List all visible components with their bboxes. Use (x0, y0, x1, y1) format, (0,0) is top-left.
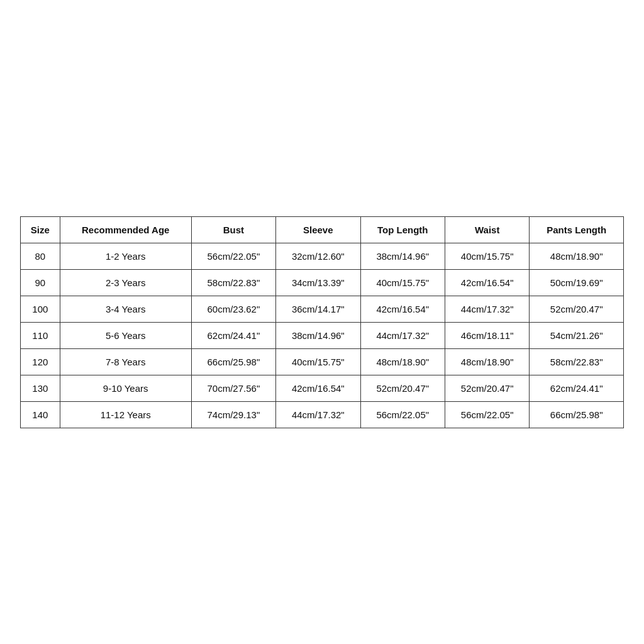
cell-sleeve: 44cm/17.32" (276, 401, 360, 428)
cell-sleeve: 34cm/13.39" (276, 269, 360, 296)
cell-age: 2-3 Years (60, 269, 191, 296)
cell-pants-length: 66cm/25.98" (530, 401, 624, 428)
cell-waist: 56cm/22.05" (445, 401, 529, 428)
cell-waist: 46cm/18.11" (445, 322, 529, 348)
header-recommended-age: Recommended Age (60, 216, 191, 243)
cell-bust: 60cm/23.62" (191, 296, 275, 322)
table-row: 1207-8 Years66cm/25.98"40cm/15.75"48cm/1… (21, 348, 624, 375)
size-chart-container: Size Recommended Age Bust Sleeve Top Len… (20, 216, 624, 428)
size-chart-table: Size Recommended Age Bust Sleeve Top Len… (20, 216, 624, 428)
cell-bust: 70cm/27.56" (191, 375, 275, 401)
cell-waist: 42cm/16.54" (445, 269, 529, 296)
header-top-length: Top Length (360, 216, 445, 243)
cell-waist: 40cm/15.75" (445, 243, 529, 269)
cell-size: 80 (21, 243, 60, 269)
cell-bust: 66cm/25.98" (191, 348, 275, 375)
cell-sleeve: 32cm/12.60" (276, 243, 360, 269)
table-row: 801-2 Years56cm/22.05"32cm/12.60"38cm/14… (21, 243, 624, 269)
cell-size: 120 (21, 348, 60, 375)
cell-pants-length: 50cm/19.69" (530, 269, 624, 296)
cell-top-length: 40cm/15.75" (360, 269, 445, 296)
cell-sleeve: 38cm/14.96" (276, 322, 360, 348)
cell-pants-length: 58cm/22.83" (530, 348, 624, 375)
cell-age: 7-8 Years (60, 348, 191, 375)
table-row: 1003-4 Years60cm/23.62"36cm/14.17"42cm/1… (21, 296, 624, 322)
cell-size: 100 (21, 296, 60, 322)
cell-size: 130 (21, 375, 60, 401)
cell-top-length: 52cm/20.47" (360, 375, 445, 401)
cell-pants-length: 52cm/20.47" (530, 296, 624, 322)
header-sleeve: Sleeve (276, 216, 360, 243)
table-row: 1309-10 Years70cm/27.56"42cm/16.54"52cm/… (21, 375, 624, 401)
cell-waist: 48cm/18.90" (445, 348, 529, 375)
cell-age: 9-10 Years (60, 375, 191, 401)
cell-top-length: 48cm/18.90" (360, 348, 445, 375)
cell-age: 1-2 Years (60, 243, 191, 269)
cell-top-length: 42cm/16.54" (360, 296, 445, 322)
cell-age: 3-4 Years (60, 296, 191, 322)
table-row: 14011-12 Years74cm/29.13"44cm/17.32"56cm… (21, 401, 624, 428)
table-row: 902-3 Years58cm/22.83"34cm/13.39"40cm/15… (21, 269, 624, 296)
table-row: 1105-6 Years62cm/24.41"38cm/14.96"44cm/1… (21, 322, 624, 348)
cell-pants-length: 54cm/21.26" (530, 322, 624, 348)
header-bust: Bust (191, 216, 275, 243)
cell-size: 90 (21, 269, 60, 296)
cell-bust: 62cm/24.41" (191, 322, 275, 348)
header-waist: Waist (445, 216, 529, 243)
cell-waist: 52cm/20.47" (445, 375, 529, 401)
cell-pants-length: 62cm/24.41" (530, 375, 624, 401)
cell-size: 110 (21, 322, 60, 348)
cell-top-length: 56cm/22.05" (360, 401, 445, 428)
cell-bust: 74cm/29.13" (191, 401, 275, 428)
table-header-row: Size Recommended Age Bust Sleeve Top Len… (21, 216, 624, 243)
cell-sleeve: 40cm/15.75" (276, 348, 360, 375)
header-pants-length: Pants Length (530, 216, 624, 243)
cell-top-length: 44cm/17.32" (360, 322, 445, 348)
cell-waist: 44cm/17.32" (445, 296, 529, 322)
cell-sleeve: 42cm/16.54" (276, 375, 360, 401)
cell-sleeve: 36cm/14.17" (276, 296, 360, 322)
cell-bust: 58cm/22.83" (191, 269, 275, 296)
cell-bust: 56cm/22.05" (191, 243, 275, 269)
cell-age: 11-12 Years (60, 401, 191, 428)
header-size: Size (21, 216, 60, 243)
cell-pants-length: 48cm/18.90" (530, 243, 624, 269)
cell-size: 140 (21, 401, 60, 428)
cell-age: 5-6 Years (60, 322, 191, 348)
cell-top-length: 38cm/14.96" (360, 243, 445, 269)
